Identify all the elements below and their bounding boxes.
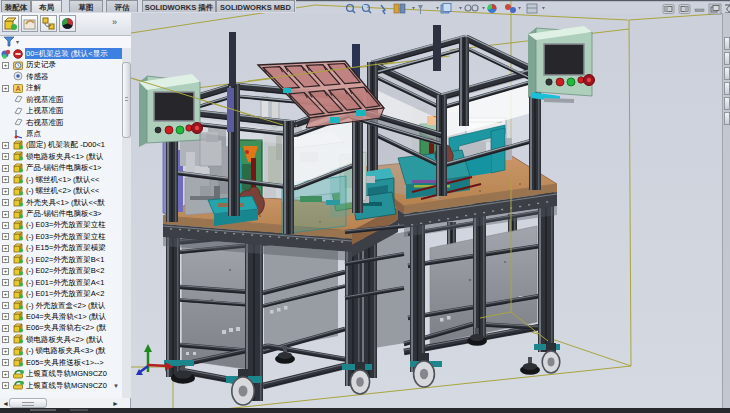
svg-text:A: A [16, 85, 21, 92]
